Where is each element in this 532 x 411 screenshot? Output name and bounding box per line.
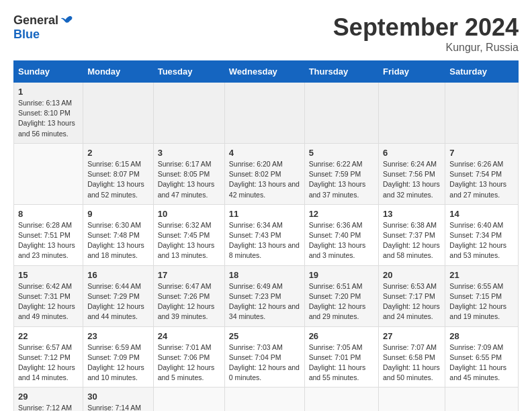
day-info: Sunrise: 6:44 AMSunset: 7:29 PMDaylight:… bbox=[87, 281, 149, 322]
day-info: Sunrise: 6:42 AMSunset: 7:31 PMDaylight:… bbox=[18, 281, 79, 322]
day-number: 13 bbox=[383, 209, 441, 219]
day-info: Sunrise: 6:24 AMSunset: 7:56 PMDaylight:… bbox=[383, 159, 441, 200]
calendar-cell: 25Sunrise: 7:03 AMSunset: 7:04 PMDayligh… bbox=[224, 326, 304, 387]
calendar-cell bbox=[445, 83, 519, 144]
calendar-cell: 15Sunrise: 6:42 AMSunset: 7:31 PMDayligh… bbox=[14, 265, 83, 326]
calendar-cell: 22Sunrise: 6:57 AMSunset: 7:12 PMDayligh… bbox=[14, 326, 83, 387]
calendar-cell: 7Sunrise: 6:26 AMSunset: 7:54 PMDaylight… bbox=[445, 143, 519, 204]
day-number: 27 bbox=[383, 331, 441, 341]
day-number: 14 bbox=[449, 209, 514, 219]
day-number: 10 bbox=[158, 209, 220, 219]
calendar-week-row: 1Sunrise: 6:13 AMSunset: 8:10 PMDaylight… bbox=[14, 83, 519, 144]
day-number: 6 bbox=[383, 148, 441, 158]
day-info: Sunrise: 6:34 AMSunset: 7:43 PMDaylight:… bbox=[229, 220, 300, 261]
day-info: Sunrise: 6:38 AMSunset: 7:37 PMDaylight:… bbox=[383, 220, 441, 261]
calendar-week-row: 15Sunrise: 6:42 AMSunset: 7:31 PMDayligh… bbox=[14, 265, 519, 326]
day-info: Sunrise: 6:30 AMSunset: 7:48 PMDaylight:… bbox=[87, 220, 149, 261]
calendar-cell: 4Sunrise: 6:20 AMSunset: 8:02 PMDaylight… bbox=[224, 143, 304, 204]
day-info: Sunrise: 6:51 AMSunset: 7:20 PMDaylight:… bbox=[309, 281, 374, 322]
day-number: 26 bbox=[309, 331, 374, 341]
calendar-cell bbox=[224, 387, 304, 411]
day-info: Sunrise: 6:22 AMSunset: 7:59 PMDaylight:… bbox=[309, 159, 374, 200]
calendar-cell bbox=[304, 83, 378, 144]
day-number: 8 bbox=[18, 209, 79, 219]
logo-blue-text: Blue bbox=[13, 28, 40, 42]
month-title: September 2024 bbox=[333, 13, 519, 42]
day-info: Sunrise: 6:28 AMSunset: 7:51 PMDaylight:… bbox=[18, 220, 79, 261]
day-info: Sunrise: 6:36 AMSunset: 7:40 PMDaylight:… bbox=[309, 220, 374, 261]
day-info: Sunrise: 6:57 AMSunset: 7:12 PMDaylight:… bbox=[18, 342, 79, 383]
day-number: 4 bbox=[229, 148, 300, 158]
day-number: 1 bbox=[18, 87, 79, 97]
logo-bird-icon bbox=[60, 14, 73, 28]
calendar-cell bbox=[379, 387, 445, 411]
calendar-cell: 14Sunrise: 6:40 AMSunset: 7:34 PMDayligh… bbox=[445, 204, 519, 265]
day-number: 30 bbox=[87, 392, 149, 402]
calendar-cell: 26Sunrise: 7:05 AMSunset: 7:01 PMDayligh… bbox=[304, 326, 378, 387]
day-number: 19 bbox=[309, 270, 374, 280]
calendar-cell: 27Sunrise: 7:07 AMSunset: 6:58 PMDayligh… bbox=[379, 326, 445, 387]
day-number: 23 bbox=[87, 331, 149, 341]
calendar-cell: 17Sunrise: 6:47 AMSunset: 7:26 PMDayligh… bbox=[153, 265, 224, 326]
calendar-table: SundayMondayTuesdayWednesdayThursdayFrid… bbox=[13, 60, 519, 411]
calendar-week-row: 29Sunrise: 7:12 AMSunset: 6:52 PMDayligh… bbox=[14, 387, 519, 411]
calendar-cell bbox=[304, 387, 378, 411]
calendar-cell: 8Sunrise: 6:28 AMSunset: 7:51 PMDaylight… bbox=[14, 204, 83, 265]
calendar-cell: 24Sunrise: 7:01 AMSunset: 7:06 PMDayligh… bbox=[153, 326, 224, 387]
day-number: 7 bbox=[449, 148, 514, 158]
day-info: Sunrise: 6:32 AMSunset: 7:45 PMDaylight:… bbox=[158, 220, 220, 261]
calendar-week-row: 22Sunrise: 6:57 AMSunset: 7:12 PMDayligh… bbox=[14, 326, 519, 387]
title-section: September 2024 Kungur, Russia bbox=[333, 13, 519, 54]
calendar-cell: 6Sunrise: 6:24 AMSunset: 7:56 PMDaylight… bbox=[379, 143, 445, 204]
day-number: 15 bbox=[18, 270, 79, 280]
calendar-cell: 11Sunrise: 6:34 AMSunset: 7:43 PMDayligh… bbox=[224, 204, 304, 265]
day-info: Sunrise: 7:12 AMSunset: 6:52 PMDaylight:… bbox=[18, 403, 79, 411]
calendar-cell bbox=[83, 83, 154, 144]
day-info: Sunrise: 7:03 AMSunset: 7:04 PMDaylight:… bbox=[229, 342, 300, 383]
day-number: 25 bbox=[229, 331, 300, 341]
calendar-cell bbox=[445, 387, 519, 411]
day-number: 16 bbox=[87, 270, 149, 280]
calendar-header-saturday: Saturday bbox=[445, 61, 519, 83]
day-number: 24 bbox=[158, 331, 220, 341]
logo-general-text: General bbox=[13, 13, 58, 28]
calendar-cell: 5Sunrise: 6:22 AMSunset: 7:59 PMDaylight… bbox=[304, 143, 378, 204]
calendar-header-thursday: Thursday bbox=[304, 61, 378, 83]
calendar-header-friday: Friday bbox=[379, 61, 445, 83]
day-info: Sunrise: 6:49 AMSunset: 7:23 PMDaylight:… bbox=[229, 281, 300, 322]
day-number: 29 bbox=[18, 392, 79, 402]
calendar-cell: 19Sunrise: 6:51 AMSunset: 7:20 PMDayligh… bbox=[304, 265, 378, 326]
calendar-cell: 1Sunrise: 6:13 AMSunset: 8:10 PMDaylight… bbox=[14, 83, 83, 144]
location-title: Kungur, Russia bbox=[333, 42, 519, 54]
calendar-cell bbox=[153, 83, 224, 144]
page-header: General Blue September 2024 Kungur, Russ… bbox=[13, 13, 519, 54]
calendar-cell: 28Sunrise: 7:09 AMSunset: 6:55 PMDayligh… bbox=[445, 326, 519, 387]
day-number: 20 bbox=[383, 270, 441, 280]
day-info: Sunrise: 6:53 AMSunset: 7:17 PMDaylight:… bbox=[383, 281, 441, 322]
day-number: 21 bbox=[449, 270, 514, 280]
calendar-header-sunday: Sunday bbox=[14, 61, 83, 83]
day-number: 9 bbox=[87, 209, 149, 219]
calendar-cell: 16Sunrise: 6:44 AMSunset: 7:29 PMDayligh… bbox=[83, 265, 154, 326]
calendar-week-row: 2Sunrise: 6:15 AMSunset: 8:07 PMDaylight… bbox=[14, 143, 519, 204]
calendar-cell: 20Sunrise: 6:53 AMSunset: 7:17 PMDayligh… bbox=[379, 265, 445, 326]
day-info: Sunrise: 6:13 AMSunset: 8:10 PMDaylight:… bbox=[18, 98, 79, 139]
calendar-cell bbox=[224, 83, 304, 144]
day-info: Sunrise: 7:07 AMSunset: 6:58 PMDaylight:… bbox=[383, 342, 441, 383]
calendar-cell: 2Sunrise: 6:15 AMSunset: 8:07 PMDaylight… bbox=[83, 143, 154, 204]
logo: General Blue bbox=[13, 13, 73, 42]
calendar-header-monday: Monday bbox=[83, 61, 154, 83]
calendar-cell: 3Sunrise: 6:17 AMSunset: 8:05 PMDaylight… bbox=[153, 143, 224, 204]
day-info: Sunrise: 7:09 AMSunset: 6:55 PMDaylight:… bbox=[449, 342, 514, 383]
calendar-header-tuesday: Tuesday bbox=[153, 61, 224, 83]
day-number: 12 bbox=[309, 209, 374, 219]
day-number: 18 bbox=[229, 270, 300, 280]
day-info: Sunrise: 6:47 AMSunset: 7:26 PMDaylight:… bbox=[158, 281, 220, 322]
day-number: 17 bbox=[158, 270, 220, 280]
day-info: Sunrise: 6:55 AMSunset: 7:15 PMDaylight:… bbox=[449, 281, 514, 322]
day-info: Sunrise: 6:40 AMSunset: 7:34 PMDaylight:… bbox=[449, 220, 514, 261]
calendar-cell: 10Sunrise: 6:32 AMSunset: 7:45 PMDayligh… bbox=[153, 204, 224, 265]
calendar-cell: 21Sunrise: 6:55 AMSunset: 7:15 PMDayligh… bbox=[445, 265, 519, 326]
calendar-header-wednesday: Wednesday bbox=[224, 61, 304, 83]
calendar-cell: 29Sunrise: 7:12 AMSunset: 6:52 PMDayligh… bbox=[14, 387, 83, 411]
